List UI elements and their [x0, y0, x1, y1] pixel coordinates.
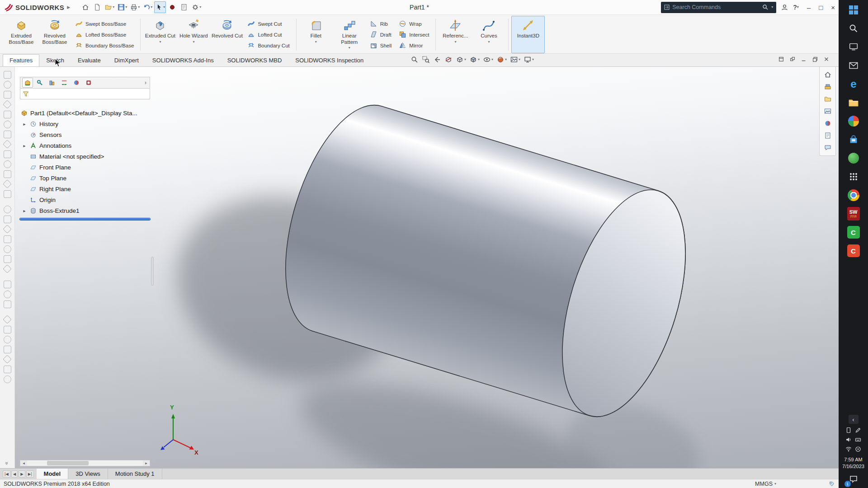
nav-first-button[interactable]: |◀ [3, 470, 10, 478]
doc-close-icon[interactable] [823, 56, 830, 62]
left-toolbar-icon[interactable] [4, 131, 11, 138]
view-orientation-caret-icon[interactable]: ▾ [464, 58, 466, 61]
new-document-button[interactable] [92, 1, 103, 13]
task-view-button[interactable] [847, 41, 860, 53]
tree-filter-input[interactable] [31, 91, 147, 97]
keyboard-icon[interactable] [855, 436, 861, 443]
view-settings-button[interactable]: ▾ [523, 55, 535, 65]
display-style-button[interactable]: ▾ [468, 55, 481, 65]
undo-button[interactable]: ▾ [142, 1, 153, 13]
fm-tabs-expand-icon[interactable]: › [143, 80, 148, 86]
pen-icon[interactable] [855, 427, 861, 433]
chrome-button[interactable] [847, 189, 860, 202]
options-button[interactable]: ▾ [190, 1, 202, 13]
network-icon[interactable] [845, 446, 852, 452]
grid-app-button[interactable] [847, 170, 860, 183]
swept-cut-button[interactable]: Swept Cut [246, 19, 291, 28]
doc-tile-icon[interactable] [789, 56, 796, 62]
draft-button[interactable]: Draft [368, 30, 393, 39]
boundary-boss-base-button[interactable]: Boundary Boss/Base [74, 41, 135, 50]
left-toolbar-icon[interactable] [4, 150, 11, 158]
view-orientation-button[interactable]: ▾ [455, 55, 467, 65]
open-caret-icon[interactable]: ▾ [113, 5, 114, 9]
tab-dimxpert[interactable]: DimXpert [108, 54, 146, 66]
tree-item-material[interactable]: Material <not specified> [20, 151, 150, 162]
extruded-cut-caret-icon[interactable]: ▾ [159, 40, 161, 44]
left-toolbar-icon[interactable] [4, 366, 11, 373]
forum-icon[interactable] [824, 144, 832, 152]
left-toolbar-icon[interactable] [4, 326, 11, 333]
left-toolbar-icon[interactable] [4, 71, 11, 79]
left-toolbar-icon[interactable] [4, 255, 11, 263]
previous-view-button[interactable] [432, 55, 442, 65]
nav-next-button[interactable]: ▶ [19, 470, 25, 478]
left-toolbar-icon[interactable] [4, 170, 11, 178]
start-button[interactable] [847, 4, 860, 16]
expand-arrow-icon[interactable]: ▸ [22, 208, 27, 213]
fillet-caret-icon[interactable]: ▾ [315, 40, 317, 44]
search-caret-icon[interactable]: ▾ [771, 5, 773, 9]
tab-sketch[interactable]: Sketch [39, 54, 71, 66]
home-button[interactable] [80, 1, 91, 13]
swept-boss-base-button[interactable]: Swept Boss/Base [74, 19, 135, 28]
left-toolbar-icon[interactable] [4, 336, 11, 343]
tab-solidworks-add-ins[interactable]: SOLIDWORKS Add-Ins [146, 54, 221, 66]
panel-splitter-handle[interactable] [151, 257, 154, 286]
nav-prev-button[interactable]: ◀ [11, 470, 18, 478]
search-icon[interactable] [762, 4, 769, 10]
hide-show-items-button[interactable]: ▾ [482, 55, 494, 65]
tree-item-history[interactable]: ▸ History [20, 118, 150, 129]
hole-wizard-caret-icon[interactable]: ▾ [193, 40, 194, 44]
fillet-button[interactable]: Fillet ▾ [299, 16, 333, 53]
tab-3d-views[interactable]: 3D Views [68, 469, 108, 479]
tree-item-part1[interactable]: Part1 (Default<<Default>_Display Sta... [20, 108, 150, 118]
collapse-toolbar-icon[interactable]: » [4, 462, 10, 465]
left-toolbar-icon[interactable] [3, 100, 12, 109]
nav-last-button[interactable]: ▶| [26, 470, 34, 478]
design-library-icon[interactable] [824, 83, 832, 91]
print-button[interactable]: ▾ [129, 1, 141, 13]
left-toolbar-icon[interactable] [3, 315, 12, 324]
volume-icon[interactable] [845, 436, 852, 443]
boundary-cut-button[interactable]: Boundary Cut [246, 41, 291, 50]
help-caret-icon[interactable]: ▾ [797, 5, 799, 9]
dimxpertmanager-tab[interactable] [59, 78, 70, 88]
view-palette-icon[interactable] [824, 107, 832, 115]
mail-button[interactable] [847, 59, 860, 72]
view-settings-caret-icon[interactable]: ▾ [532, 58, 534, 61]
scroll-left-button[interactable]: ◂ [20, 460, 27, 466]
left-toolbar-icon[interactable] [4, 216, 11, 223]
photos-button[interactable] [847, 115, 860, 127]
restore-icon[interactable]: □ [819, 4, 823, 11]
tree-item-right-plane[interactable]: Right Plane [20, 183, 150, 194]
model-cylinder[interactable] [286, 105, 709, 431]
left-toolbar-icon[interactable] [4, 121, 11, 128]
app-c-red-button[interactable]: C [847, 244, 860, 257]
zoom-to-area-button[interactable] [421, 55, 431, 65]
edge-button[interactable]: e [847, 78, 860, 90]
menu-expand-icon[interactable]: ▶ [67, 5, 70, 9]
doc-window-icon[interactable] [778, 56, 784, 62]
left-toolbar-icon[interactable] [3, 140, 12, 149]
linear-pattern-button[interactable]: Linear Pattern ▾ [333, 16, 366, 53]
status-tag-icon[interactable] [829, 481, 835, 487]
reference-geometry-button[interactable]: Referenc... ▾ [439, 16, 472, 53]
phone-link-icon[interactable] [845, 427, 852, 433]
section-view-button[interactable] [443, 55, 453, 65]
tree-item-origin[interactable]: Origin [20, 194, 150, 205]
help-button[interactable]: ? ▾ [793, 4, 799, 11]
edit-appearance-button[interactable]: ▾ [495, 55, 508, 65]
tree-item-annotations[interactable]: ▸ Annotations [20, 140, 150, 151]
close-icon[interactable]: × [831, 4, 835, 11]
left-toolbar-icon[interactable] [4, 160, 11, 168]
undo-caret-icon[interactable]: ▾ [151, 5, 152, 9]
tree-item-front-plane[interactable]: Front Plane [20, 162, 150, 173]
doc-restore-icon[interactable] [812, 56, 818, 62]
units-caret-icon[interactable]: ▾ [774, 482, 776, 486]
lofted-cut-button[interactable]: Lofted Cut [246, 30, 291, 39]
taskbar-search-button[interactable] [847, 22, 860, 35]
taskbar-clock[interactable]: 7:59 AM 7/16/2023 [842, 456, 864, 469]
left-toolbar-icon[interactable] [4, 346, 11, 353]
tab-solidworks-mbd[interactable]: SOLIDWORKS MBD [221, 54, 289, 66]
doc-minimize-icon[interactable] [801, 56, 807, 62]
